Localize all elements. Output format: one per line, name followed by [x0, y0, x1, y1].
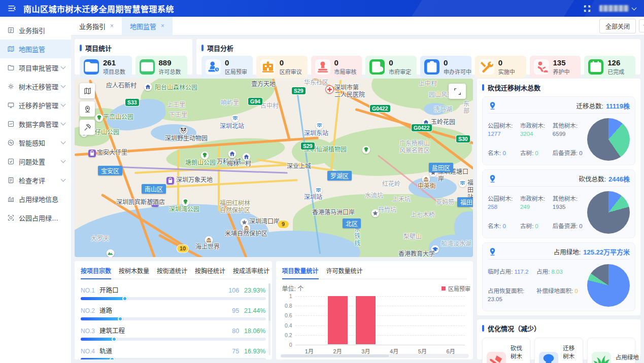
tree-stat: 占用恢复面积: 23.05	[488, 287, 536, 303]
map-label: 下王里	[169, 112, 187, 119]
rank-bar-fill	[81, 338, 114, 341]
map-label: 大罗天	[91, 236, 109, 243]
rank-bar-knob	[122, 296, 127, 301]
stamp-icon	[315, 59, 330, 75]
rank-bar-track	[81, 358, 266, 359]
sidebar-item-5[interactable]: 迁移养护管理	[0, 96, 71, 115]
chevron-down-icon	[61, 158, 66, 163]
stat-value: 0	[280, 58, 302, 67]
stat-value: 0	[225, 58, 247, 67]
bar-chart: 00.20.40.60.81	[295, 296, 465, 345]
m-bag-map-marker	[88, 149, 96, 158]
s-chart-icon	[7, 120, 15, 128]
map-label: 玉岭花园	[431, 119, 455, 126]
map-measure-button[interactable]	[80, 120, 95, 135]
analysis-card-2: 0区府审议	[256, 56, 308, 78]
sidebar-item-9[interactable]: 检查考评	[0, 171, 71, 190]
sidebar-item-label: 项目审批管理	[19, 63, 58, 72]
fullscreen-icon[interactable]	[583, 5, 591, 13]
map-pin-icon	[488, 247, 497, 257]
chart-ytick: 1	[282, 293, 292, 299]
chevron-down-icon	[61, 177, 66, 182]
stat-value: 0	[389, 58, 411, 67]
sidebar-item-6[interactable]: 数据字典管理	[0, 115, 71, 133]
chart-tab-2[interactable]: 许可数量统计	[326, 266, 363, 275]
sidebar-item-label: 问题处置	[19, 157, 45, 166]
ranking-tab-1[interactable]: 按项目宗数	[81, 266, 111, 275]
project-stat-card-1: 261项目总数	[80, 56, 132, 78]
sidebar-item-label: 公园占用绿地信息	[19, 213, 65, 223]
close-tab-icon[interactable]: ×	[161, 22, 164, 29]
worker-icon	[534, 59, 549, 75]
rank-item-3: NO.3建筑工程8018.06%	[81, 325, 266, 341]
tab-2[interactable]: 地图监管×	[122, 17, 173, 35]
map-fullscreen-button[interactable]	[449, 84, 466, 99]
ranking-tab-4[interactable]: 按胸径统计	[195, 266, 225, 275]
sidebar-item-4[interactable]: 树木迁移管理	[0, 77, 71, 96]
rank-name: 道路	[99, 305, 112, 315]
stat-label: 项目总数	[103, 67, 125, 76]
s-report-icon	[7, 176, 15, 184]
ranking-tab-3[interactable]: 按街道统计	[157, 266, 187, 275]
opt-label: 砍伐树木	[511, 344, 526, 360]
cert-icon	[140, 59, 155, 75]
sidebar-item-1[interactable]: 业务指引	[0, 21, 71, 40]
map-label: 深圳北站	[220, 123, 244, 130]
stat-value: 0	[498, 58, 515, 67]
sidebar-item-10[interactable]: 占用绿地信息	[0, 190, 71, 208]
tree-card-stats: 公园树木: 258市政树木: 249其他树木: 1935名木: 0古树: 0后备…	[488, 195, 585, 230]
axe-icon	[487, 352, 506, 363]
project-stat-card-2: 889许可总数	[135, 56, 188, 78]
map-district-label: 盐田区	[429, 163, 453, 172]
tree-total-card-1: 迁移总数:11119株公园树木: 1277市政树木: 3204其他树木: 659…	[482, 96, 635, 165]
tab-1[interactable]: 业务指引×	[71, 17, 122, 35]
sidebar-item-label: 地图监管	[19, 44, 45, 54]
sidebar-item-11[interactable]: 公园占用绿地信息	[0, 208, 71, 227]
analysis-card-5: 0申办许可中	[420, 56, 471, 78]
map-district-label: 福田区	[457, 197, 473, 207]
stat-text: 0实施中	[498, 58, 515, 76]
close-all-tabs-button[interactable]: 全部关闭	[599, 19, 636, 33]
chart-ytick: 0.4	[282, 322, 292, 329]
map-label: 红花岭	[382, 181, 400, 188]
tree-card-stats: 公园树木: 1277市政树木: 3204其他树木: 6599名木: 0古树: 0…	[488, 122, 585, 157]
tree-card-stats: 临时占用: 117.2占用: 8.03占用恢复面积: 23.05补偿绿地面积: …	[488, 268, 585, 303]
analysis-card-4: 0市府审定	[365, 56, 417, 78]
s-doc-icon	[7, 26, 15, 34]
chart-gridline	[295, 306, 465, 306]
chart-gridline	[295, 296, 465, 297]
stat-text: 0区府审议	[280, 58, 302, 76]
chart-tab-1[interactable]: 项目数量统计	[282, 266, 319, 275]
sidebar-item-2[interactable]: 地图监管	[0, 40, 71, 58]
stat-text: 0市局审核	[334, 58, 357, 76]
rank-bar-track	[81, 317, 266, 320]
tree-card-header-label: 砍伐总数:	[579, 174, 606, 184]
map-label: 深圳东站	[304, 130, 328, 137]
rank-name: 开路口	[99, 285, 119, 295]
analysis-card-1: 0区局预审	[201, 56, 253, 78]
chevron-down-icon	[61, 64, 66, 69]
tab-options-button[interactable]	[639, 19, 644, 32]
tree-total-card-3: 占用绿地:125.22万平方米临时占用: 117.2占用: 8.03占用恢复面积…	[482, 242, 635, 311]
user-menu[interactable]	[599, 5, 636, 12]
sidebar-item-8[interactable]: 问题处置	[0, 152, 71, 171]
map-locate-button[interactable]	[80, 101, 95, 117]
map-label: 深圳市第 二人民医院	[334, 85, 365, 99]
stat-value: 889	[159, 58, 181, 67]
chart-ytick: 0.6	[282, 312, 292, 318]
sidebar-item-7[interactable]: 智能感知	[0, 133, 71, 152]
ranking-tab-2[interactable]: 按树木数量	[119, 266, 149, 275]
map-label: 壹方天地	[251, 81, 276, 88]
sidebar-item-3[interactable]: 项目审批管理	[0, 58, 71, 77]
ranking-tab-5[interactable]: 按成活率统计	[233, 266, 269, 275]
ranking-scrollbar[interactable]	[268, 283, 270, 355]
map-view[interactable]: 应人石新村阳台山森林公园壹方天地华东社区上中村深圳市第 二人民医院园山风景区东部…	[75, 79, 473, 257]
collapse-menu-icon[interactable]	[7, 4, 17, 13]
close-tab-icon[interactable]: ×	[110, 22, 114, 29]
chart-scrollbar[interactable]	[280, 354, 469, 358]
sidebar-item-label: 树木迁移管理	[19, 82, 58, 91]
tree-card-body: 公园树木: 1277市政树木: 3204其他树木: 6599名木: 0古树: 0…	[488, 118, 630, 161]
tree-stat: 后备资源: 0	[553, 149, 585, 157]
map-layers-button[interactable]	[80, 83, 95, 98]
sidebar-item-label: 数据字典管理	[19, 119, 58, 129]
